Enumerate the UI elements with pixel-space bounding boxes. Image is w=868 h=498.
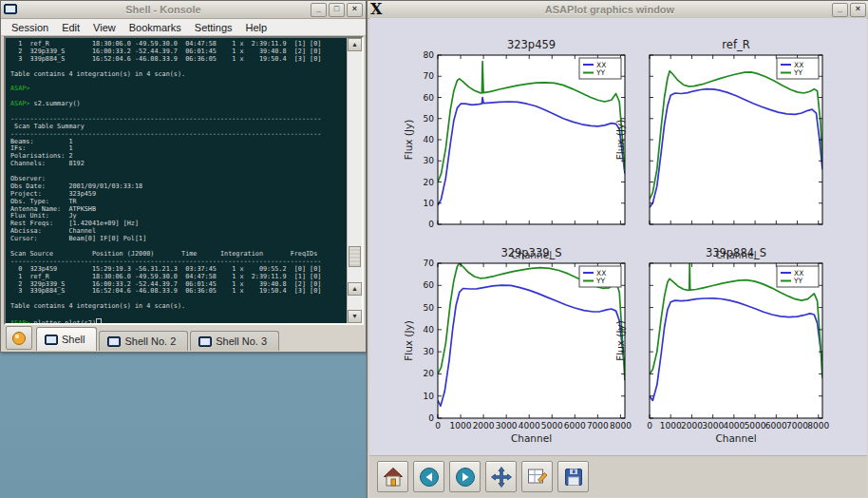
menu-view[interactable]: View	[86, 22, 123, 33]
plot-title: 339p884_S	[706, 246, 766, 259]
asaplot-titlebar[interactable]: X ASAPlot graphics window _ ×	[368, 1, 868, 19]
scroll-down-icon[interactable]: ▼	[348, 310, 362, 323]
x-tick-label: 5000	[541, 421, 563, 431]
menu-help[interactable]: Help	[239, 22, 274, 33]
y-tick-label: 10	[424, 199, 435, 208]
x-tick-label: 4000	[723, 421, 745, 431]
configure-subplots-icon	[526, 466, 549, 488]
y-tick-label: 80	[424, 50, 435, 60]
scroll-up-icon[interactable]: ▲	[348, 38, 362, 51]
figure-canvas[interactable]: 01020304050607080323p459ChannelFlux (Jy)…	[369, 18, 867, 455]
terminal-line	[10, 168, 347, 176]
menu-bookmarks[interactable]: Bookmarks	[123, 22, 188, 33]
legend: XXYY	[579, 58, 621, 79]
legend-label: YY	[793, 277, 803, 285]
pan-button[interactable]	[485, 461, 517, 492]
close-button[interactable]: ×	[347, 3, 363, 17]
maximize-button[interactable]: □	[329, 3, 345, 17]
y-tick-label: 40	[424, 325, 435, 335]
terminal-line: ASAP> plotter.plot(s2)	[10, 318, 347, 323]
x-tick-label: 6000	[564, 421, 586, 431]
back-button[interactable]	[413, 461, 444, 492]
x-tick-label: 1000	[450, 421, 472, 431]
back-icon	[418, 466, 441, 488]
subplot-323p459[interactable]: 01020304050607080323p459ChannelFlux (Jy)…	[438, 55, 625, 224]
scroll-up2-icon[interactable]: ▲	[348, 282, 362, 296]
tab-shell-no-3[interactable]: Shell No. 3	[190, 331, 279, 351]
legend: XXYY	[579, 266, 621, 287]
plot-title: ref_R	[722, 38, 749, 51]
y-tick-label: 70	[424, 259, 435, 268]
y-tick-label: 60	[424, 93, 435, 103]
asaplot-window-title: ASAPlot graphics window	[389, 4, 830, 15]
y-tick-label: 50	[424, 303, 435, 313]
terminal-tab-icon	[107, 336, 121, 347]
konsole-window: Shell - Konsole _ □ × SessionEditViewBoo…	[0, 0, 367, 353]
axes-background	[650, 55, 822, 224]
y-tick-label: 20	[424, 178, 435, 187]
konsole-titlebar[interactable]: Shell - Konsole _ □ ×	[1, 1, 366, 19]
scrollbar-thumb[interactable]	[349, 246, 361, 267]
tab-label: Shell No. 2	[124, 335, 176, 347]
save-icon	[562, 466, 585, 488]
terminal-line: 3 339p884_S 16:52:04.6 -46.08.33.9 06:36…	[10, 288, 347, 296]
x-tick-label: 3000	[702, 421, 724, 431]
configure-subplots-button[interactable]	[521, 461, 553, 492]
x-tick-label: 7000	[786, 421, 808, 431]
terminal-scrollbar[interactable]: ▲ ▲ ▼	[347, 38, 362, 323]
x-axis-label: Channel	[715, 432, 756, 444]
tab-label: Shell	[62, 334, 85, 345]
terminal-line: Table contains 4 integration(s) in 4 sca…	[10, 71, 347, 79]
x-tick-label: 5000	[745, 421, 766, 431]
terminal-line: 3 339p884_S 16:52:04.6 -46.08.33.9 06:36…	[10, 56, 347, 64]
y-tick-label: 60	[424, 280, 435, 290]
menu-edit[interactable]: Edit	[55, 22, 86, 33]
x-tick-label: 0	[647, 421, 652, 431]
x-tick-label: 8000	[610, 421, 632, 431]
save-button[interactable]	[557, 461, 589, 492]
home-button[interactable]	[377, 461, 408, 492]
menu-settings[interactable]: Settings	[188, 22, 239, 33]
terminal-output[interactable]: 1 ref_R 18:30:06.0 -49.59.30.0 04:47:58 …	[6, 38, 347, 323]
terminal-tab-icon	[45, 335, 58, 345]
x-tick-label: 2000	[681, 421, 703, 431]
terminal-area[interactable]: 1 ref_R 18:30:06.0 -49.59.30.0 04:47:58 …	[4, 36, 364, 325]
y-tick-label: 50	[424, 114, 435, 124]
asaplot-window: X ASAPlot graphics window _ × 0102030405…	[367, 0, 868, 498]
terminal-cursor	[96, 318, 102, 323]
y-tick-label: 0	[428, 220, 434, 229]
subplot-329p339_S[interactable]: 0100020003000400050006000700080000102030…	[438, 263, 625, 418]
subplot-ref_R[interactable]: ref_RChannelFlux (Jy)XXYY	[650, 55, 822, 224]
subplot-339p884_S[interactable]: 010002000300040005000600070008000339p884…	[650, 263, 822, 418]
menu-session[interactable]: Session	[5, 22, 55, 33]
plot-toolbar	[369, 455, 867, 497]
y-tick-label: 30	[424, 347, 435, 356]
new-session-button[interactable]	[6, 326, 32, 350]
plot-minimize-button[interactable]: _	[832, 3, 848, 17]
konsole-app-icon	[4, 4, 18, 15]
tab-shell-no-2[interactable]: Shell No. 2	[99, 331, 188, 351]
legend: XXYY	[777, 58, 819, 79]
x-tick-label: 8000	[807, 421, 829, 431]
tab-shell[interactable]: Shell	[36, 327, 97, 351]
axes-background	[438, 55, 625, 224]
minimize-button[interactable]: _	[311, 3, 327, 17]
terminal-line: Channels: 8192	[10, 161, 347, 168]
plot-title: 323p459	[507, 38, 556, 51]
konsole-menubar: SessionEditViewBookmarksSettingsHelp	[1, 19, 366, 36]
forward-button[interactable]	[449, 461, 481, 492]
konsole-window-title: Shell - Konsole	[18, 4, 309, 15]
terminal-line	[10, 311, 347, 318]
x-tick-label: 2000	[473, 421, 495, 431]
terminal-line: ASAP> s2.summary()	[10, 101, 347, 108]
plot-close-button[interactable]: ×	[850, 3, 866, 17]
x-tick-label: 4000	[519, 421, 540, 431]
x-axis-label: Channel	[511, 432, 552, 444]
y-tick-label: 40	[424, 135, 435, 144]
x-tick-label: 6000	[765, 421, 787, 431]
y-tick-label: 70	[424, 71, 435, 81]
x-tick-label: 3000	[496, 421, 518, 431]
terminal-line: Cursor: Beam[0] IF[0] Pol[1]	[10, 236, 347, 243]
x-tick-label: 0	[435, 421, 441, 431]
x11-logo-icon: X	[370, 2, 389, 17]
